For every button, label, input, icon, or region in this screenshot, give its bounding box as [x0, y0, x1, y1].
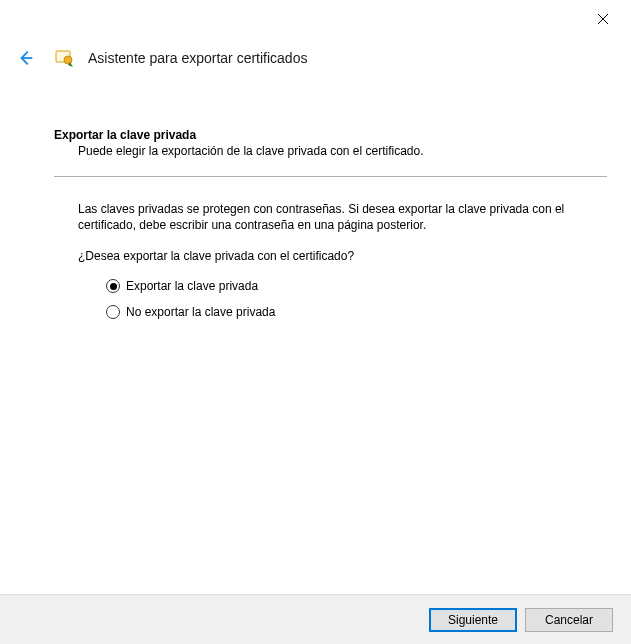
- radio-label: Exportar la clave privada: [126, 279, 258, 293]
- wizard-content: Exportar la clave privada Puede elegir l…: [54, 128, 607, 331]
- radio-label: No exportar la clave privada: [126, 305, 275, 319]
- info-text: Las claves privadas se protegen con cont…: [78, 201, 597, 233]
- close-button[interactable]: [593, 10, 613, 30]
- back-arrow-icon: [17, 49, 35, 67]
- radio-icon: [106, 305, 120, 319]
- radio-group: Exportar la clave privada No exportar la…: [106, 279, 607, 319]
- section-heading: Exportar la clave privada: [54, 128, 607, 142]
- next-button[interactable]: Siguiente: [429, 608, 517, 632]
- wizard-header: Asistente para exportar certificados: [14, 46, 617, 70]
- section-subtext: Puede elegir la exportación de la clave …: [78, 144, 607, 158]
- back-button[interactable]: [14, 46, 38, 70]
- radio-no-export-private-key[interactable]: No exportar la clave privada: [106, 305, 607, 319]
- question-text: ¿Desea exportar la clave privada con el …: [78, 249, 607, 263]
- radio-export-private-key[interactable]: Exportar la clave privada: [106, 279, 607, 293]
- close-icon: [597, 13, 609, 25]
- wizard-footer: Siguiente Cancelar: [0, 594, 631, 644]
- cancel-button[interactable]: Cancelar: [525, 608, 613, 632]
- certificate-wizard-icon: [54, 47, 76, 69]
- radio-icon: [106, 279, 120, 293]
- divider: [54, 176, 607, 177]
- wizard-title: Asistente para exportar certificados: [88, 50, 307, 66]
- svg-point-4: [64, 56, 72, 64]
